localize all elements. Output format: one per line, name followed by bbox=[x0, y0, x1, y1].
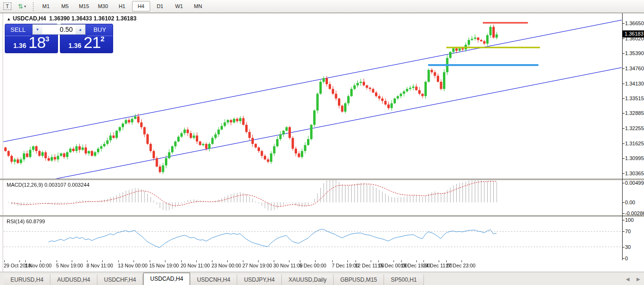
panel-splitter[interactable] bbox=[0, 215, 644, 217]
price-scale-tick bbox=[623, 68, 625, 69]
price-scale-tick-label: 1.30365 bbox=[625, 171, 644, 176]
tab-eurusd-h4[interactable]: EURUSD,H4 bbox=[4, 275, 50, 285]
time-axis-tick bbox=[4, 260, 5, 262]
tab-audusd-h4[interactable]: AUDUSD,H4 bbox=[50, 275, 97, 285]
chart-symbol-label: USDCAD,H4 bbox=[13, 15, 46, 22]
time-axis-tick bbox=[181, 260, 182, 262]
rsi-label: RSI(14) 60.8799 bbox=[7, 218, 45, 224]
rsi-scale-tick-label: 100 bbox=[625, 217, 644, 223]
tab-usdjpy-h4[interactable]: USDJPY,H4 bbox=[237, 275, 281, 285]
tab-scroll-buttons: ◀ ▶ bbox=[620, 276, 640, 282]
time-axis-label: 5 Dec 00:00 bbox=[299, 263, 327, 268]
time-axis-tick bbox=[102, 260, 103, 262]
chart-ohlc-values: 1.36390 1.36433 1.36102 1.36183 bbox=[49, 15, 137, 22]
text-tool-icon: T bbox=[3, 2, 11, 10]
time-axis-tick bbox=[378, 260, 379, 262]
symbol-marker-icon: ▲ bbox=[7, 17, 11, 21]
price-scale-tick bbox=[623, 173, 625, 174]
bid-price-pips: 18 bbox=[29, 33, 46, 51]
time-axis-label: 5 Nov 19:00 bbox=[56, 263, 83, 268]
volume-decrease-button[interactable]: ▼ bbox=[33, 25, 42, 34]
time-axis-tick bbox=[19, 260, 20, 262]
time-axis-tick bbox=[371, 260, 371, 262]
rsi-indicator-canvas[interactable] bbox=[3, 217, 622, 260]
toolbar-separator bbox=[31, 1, 35, 11]
volume-increase-button[interactable]: ▲ bbox=[76, 25, 85, 34]
timeframe-button-m15[interactable]: M15 bbox=[75, 1, 93, 11]
price-scale-tick bbox=[623, 128, 625, 129]
time-axis-tick bbox=[300, 260, 300, 262]
price-scale-tick bbox=[623, 84, 625, 84]
volume-stepper: ▼ ▲ bbox=[32, 24, 86, 35]
rsi-scale-tick bbox=[623, 258, 625, 259]
time-axis-label: 30 Nov 11:00 bbox=[273, 263, 303, 268]
tab-scroll-left-icon[interactable]: ◀ bbox=[626, 276, 630, 282]
time-axis-tick bbox=[25, 260, 26, 262]
timeframe-button-d1[interactable]: D1 bbox=[151, 1, 169, 11]
time-axis-label: 15 Nov 19:00 bbox=[149, 263, 179, 268]
time-axis-tick bbox=[423, 260, 424, 262]
time-axis-tick bbox=[196, 260, 197, 262]
time-axis-tick bbox=[461, 260, 462, 262]
timeframe-button-m1[interactable]: M1 bbox=[37, 1, 55, 11]
time-axis-label: 27 Dec 23:00 bbox=[446, 263, 475, 268]
price-scale-tick-label: 1.32255 bbox=[625, 125, 644, 131]
time-axis-label: 27 Nov 19:00 bbox=[242, 263, 272, 268]
price-scale-tick-label: 1.30995 bbox=[625, 155, 644, 161]
time-axis-tick bbox=[165, 260, 165, 262]
tab-scroll-right-icon[interactable]: ▶ bbox=[636, 276, 640, 282]
time-axis-tick bbox=[150, 260, 150, 262]
price-scale-tick bbox=[623, 53, 625, 54]
tab-usdcad-h4[interactable]: USDCAD,H4 bbox=[143, 273, 190, 285]
tab-xauusd-daily[interactable]: XAUUSD,Daily bbox=[282, 275, 334, 285]
chart-window: ▲USDCAD,H4 1.36390 1.36433 1.36102 1.361… bbox=[0, 13, 644, 272]
timeframe-button-m30[interactable]: M30 bbox=[94, 1, 112, 11]
volume-input[interactable] bbox=[42, 25, 76, 34]
timeframe-button-group: M1M5M15M30H1H4D1W1MN bbox=[37, 1, 208, 11]
timeframe-button-mn[interactable]: MN bbox=[189, 1, 207, 11]
macd-scale-tick-label: -0.002868 bbox=[625, 210, 644, 216]
ask-price-point: 2 bbox=[101, 35, 105, 43]
timeframe-button-m5[interactable]: M5 bbox=[56, 1, 74, 11]
top-toolbar: T ⇅ ▾ M1M5M15M30H1H4D1W1MN bbox=[0, 0, 644, 13]
time-axis-tick bbox=[87, 260, 87, 262]
text-tool-button[interactable]: T bbox=[0, 1, 14, 11]
timeframe-button-w1[interactable]: W1 bbox=[170, 1, 188, 11]
time-axis-label: 8 Nov 11:00 bbox=[87, 263, 113, 268]
tab-usdchf-h4[interactable]: USDCHF,H4 bbox=[97, 275, 143, 285]
timeframe-button-h1[interactable]: H1 bbox=[113, 1, 131, 11]
bid-price-point: 3 bbox=[46, 35, 49, 43]
panel-splitter[interactable] bbox=[0, 179, 644, 180]
time-axis-tick bbox=[439, 260, 439, 262]
time-axis-tick bbox=[446, 260, 447, 262]
macd-scale-tick bbox=[623, 183, 625, 183]
price-scale-tick-label: 1.35390 bbox=[625, 50, 644, 56]
time-axis-label: 23 Nov 00:00 bbox=[211, 263, 241, 268]
price-scale-tick bbox=[623, 38, 625, 39]
macd-scale-tick-label: 0.004999 bbox=[625, 180, 644, 186]
trading-terminal: T ⇅ ▾ M1M5M15M30H1H4D1W1MN ▲USDCAD,H4 1.… bbox=[0, 0, 644, 285]
time-axis-tick bbox=[315, 260, 316, 262]
chart-title: ▲USDCAD,H4 1.36390 1.36433 1.36102 1.361… bbox=[7, 15, 136, 22]
macd-label: MACD(12,26,9) 0.003107 0.003244 bbox=[7, 182, 89, 188]
time-axis-tick bbox=[72, 260, 72, 262]
bid-price: 1.36 183 bbox=[5, 33, 58, 52]
price-scale-divider bbox=[622, 13, 623, 260]
rsi-scale-tick-label: 70 bbox=[625, 228, 644, 234]
time-axis-tick bbox=[118, 260, 119, 262]
rsi-scale-tick-label: 0 bbox=[625, 256, 644, 261]
price-scale-tick bbox=[623, 113, 625, 114]
tab-gbpusd-m15[interactable]: GBPUSD,M15 bbox=[334, 275, 384, 285]
time-axis-tick bbox=[401, 260, 402, 262]
price-scale-tick-label: 1.33515 bbox=[625, 95, 644, 101]
bid-price-major: 1.36 bbox=[13, 42, 26, 49]
macd-indicator-canvas[interactable] bbox=[3, 180, 622, 215]
rsi-scale-tick bbox=[623, 231, 625, 232]
arrows-tool-icon: ⇅ bbox=[18, 3, 23, 10]
tab-usdcnh-h4[interactable]: USDCNH,H4 bbox=[190, 275, 237, 285]
timeframe-button-h4[interactable]: H4 bbox=[132, 1, 150, 11]
time-axis-tick bbox=[227, 260, 228, 262]
arrows-tool-button[interactable]: ⇅ ▾ bbox=[15, 1, 29, 11]
time-axis-tick bbox=[274, 260, 274, 262]
tab-sp500-h1[interactable]: SP500,H1 bbox=[384, 275, 424, 285]
